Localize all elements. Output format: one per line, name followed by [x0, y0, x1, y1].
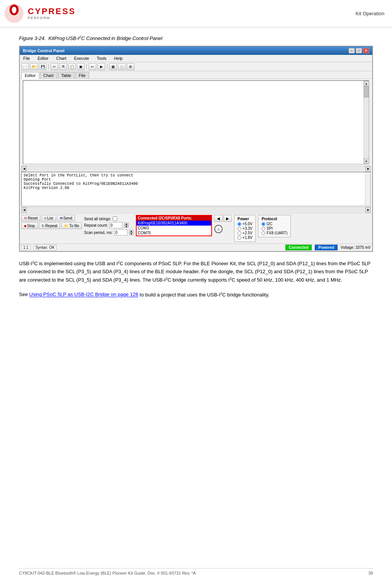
toolbar-t3[interactable]: ⊞	[127, 63, 134, 70]
reset-label: Reset	[28, 216, 38, 220]
controls-area: ⟳ Reset ≡ List ✉ Send ■ Stop	[20, 213, 372, 243]
menu-chart[interactable]: Chart	[54, 56, 68, 61]
repeat-button[interactable]: ↻ Repeat	[39, 223, 60, 229]
output-hscroll-track[interactable]	[27, 207, 365, 212]
toolbar-new[interactable]: 📄	[21, 63, 29, 70]
power-5v-radio[interactable]	[237, 222, 241, 226]
editor-scrollbar-right[interactable]: ▲ ▼	[363, 81, 369, 164]
menu-editor[interactable]: Editor	[36, 56, 51, 61]
toolbar-t1[interactable]: ▦	[109, 63, 117, 70]
port-item-com3[interactable]: COM3	[137, 226, 211, 231]
output-hscroll-left[interactable]: ◀	[21, 207, 27, 213]
reset-button[interactable]: ⟳ Reset	[21, 215, 40, 221]
power-2v5-row: +2.5V	[237, 231, 252, 235]
status-syntax: Syntax: OK	[33, 245, 57, 250]
cypress-logo-icon	[4, 3, 25, 24]
tab-editor[interactable]: Editor	[21, 72, 39, 79]
scan-period-label: Scan period, ms:	[84, 231, 113, 235]
output-hscroll-right[interactable]: ▶	[365, 207, 371, 213]
protocol-fx8-label: FX8 (UART)	[266, 231, 287, 235]
toolbar-copy[interactable]: ⧉	[59, 63, 67, 70]
protocol-group: Protocol I2C SPI FX8 (UART)	[258, 215, 291, 237]
toolbar-undo[interactable]: ↩	[89, 63, 96, 70]
scroll-track[interactable]	[364, 86, 369, 159]
footer-right: 39	[368, 571, 373, 575]
scan-spin-down[interactable]: ▼	[129, 232, 134, 235]
menu-file[interactable]: File	[21, 56, 32, 61]
repeat-count-spin[interactable]: ▲ ▼	[124, 223, 129, 228]
logo-perform: PERFORM	[28, 16, 76, 20]
menu-help[interactable]: Help	[112, 56, 125, 61]
hscroll-track[interactable]	[27, 166, 365, 171]
port-item-kitprog[interactable]: KitProg/0E1E0B2A011A3400	[137, 221, 211, 226]
repeat-icon: ↻	[41, 224, 45, 228]
minimize-button[interactable]: ─	[349, 48, 355, 53]
tab-table[interactable]: Table	[58, 72, 75, 78]
power-5v-row: +5.0V	[237, 222, 252, 226]
toolbar-open[interactable]: 📂	[30, 63, 38, 70]
maximize-button[interactable]: □	[356, 48, 362, 53]
figure-caption-text: Figure 3-24. KitProg USB-I2C Connected i…	[19, 35, 162, 41]
send-button[interactable]: ✉ Send	[57, 215, 75, 221]
hscroll-right[interactable]: ▶	[365, 166, 371, 171]
editor-hscrollbar[interactable]: ◀ ▶	[21, 166, 371, 171]
tab-file[interactable]: File	[75, 72, 89, 78]
list-button[interactable]: ≡ List	[41, 215, 56, 221]
logo-text: CYPRESS PERFORM	[28, 7, 76, 20]
body-link[interactable]: Using PSoC 5LP as USB-I2C Bridge on page…	[29, 292, 139, 298]
tab-chart[interactable]: Chart	[40, 72, 57, 78]
port-item-com75[interactable]: COM75	[137, 231, 211, 235]
toolbar-cut[interactable]: ✂	[51, 63, 58, 70]
send-all-checkbox[interactable]	[113, 216, 117, 221]
to-file-button[interactable]: 📁 To file	[61, 223, 82, 229]
toolbar-t2[interactable]: ⬚	[118, 63, 126, 70]
toolbar-b1[interactable]: ▣	[77, 63, 84, 70]
svg-point-2	[12, 6, 16, 13]
toolbar-exec[interactable]: ▶	[97, 63, 105, 70]
scan-period-spin[interactable]: ▲ ▼	[129, 230, 134, 235]
toolbar-save[interactable]: 💾	[39, 63, 46, 70]
logo-area: CYPRESS PERFORM	[4, 3, 76, 24]
window-title: Bridge Control Panel	[23, 48, 64, 53]
body-text-2-prefix: See	[19, 292, 29, 298]
page-header: CYPRESS PERFORM Kit Operation	[0, 0, 392, 27]
output-scrollbar[interactable]	[365, 172, 370, 206]
scan-spin-up[interactable]: ▲	[129, 230, 134, 232]
stop-button[interactable]: ■ Stop	[21, 223, 38, 229]
circle-button[interactable]: ○	[214, 225, 223, 233]
protocol-fx8-row: FX8 (UART)	[261, 231, 287, 235]
right-arrow-button[interactable]: ▶	[223, 215, 232, 222]
protocol-fx8-radio[interactable]	[261, 231, 265, 235]
editor-area: ▲ ▼	[23, 80, 369, 164]
port-list-area: Connected I2C/SPI/RX8 Ports: KitProg/0E1…	[136, 215, 212, 236]
window-controls[interactable]: ─ □ ✕	[349, 48, 369, 53]
status-voltage: Voltage: 3375 mV	[341, 245, 371, 250]
toolbar-sep3	[107, 64, 107, 70]
repeat-label: Repeat	[45, 224, 57, 228]
power-title: Power	[237, 217, 252, 221]
scroll-down-arrow[interactable]: ▼	[364, 159, 369, 164]
hscroll-left[interactable]: ◀	[21, 166, 27, 171]
scroll-up-arrow[interactable]: ▲	[364, 81, 369, 86]
protocol-i2c-radio[interactable]	[261, 222, 265, 226]
power-3v3-radio[interactable]	[237, 227, 241, 231]
spin-down[interactable]: ▼	[124, 225, 129, 228]
output-hscrollbar[interactable]: ◀ ▶	[21, 207, 371, 212]
tab-bar: Editor Chart Table File	[20, 71, 372, 79]
scroll-thumb[interactable]	[364, 86, 369, 98]
protocol-spi-radio[interactable]	[261, 227, 265, 231]
toolbar: 📄 📂 💾 ✂ ⧉ 📋 ▣ ↩ ▶ ▦ ⬚ ⊞	[20, 62, 372, 71]
spin-up[interactable]: ▲	[124, 223, 129, 225]
menu-execute[interactable]: Execute	[72, 56, 91, 61]
toolbar-paste[interactable]: 📋	[68, 63, 76, 70]
menu-tools[interactable]: Tools	[95, 56, 108, 61]
scan-period-input[interactable]: 0	[114, 229, 127, 235]
close-button[interactable]: ✕	[363, 48, 369, 53]
status-zoom: 1:1	[21, 245, 30, 250]
repeat-count-input[interactable]: 0	[109, 222, 123, 228]
protocol-i2c-row: I2C	[261, 222, 287, 226]
left-arrow-button[interactable]: ◀	[214, 215, 223, 222]
power-group: Power +5.0V +3.3V +2.5V +1.8V	[234, 215, 256, 242]
power-1v8-radio[interactable]	[237, 236, 241, 240]
power-2v5-radio[interactable]	[237, 231, 241, 235]
